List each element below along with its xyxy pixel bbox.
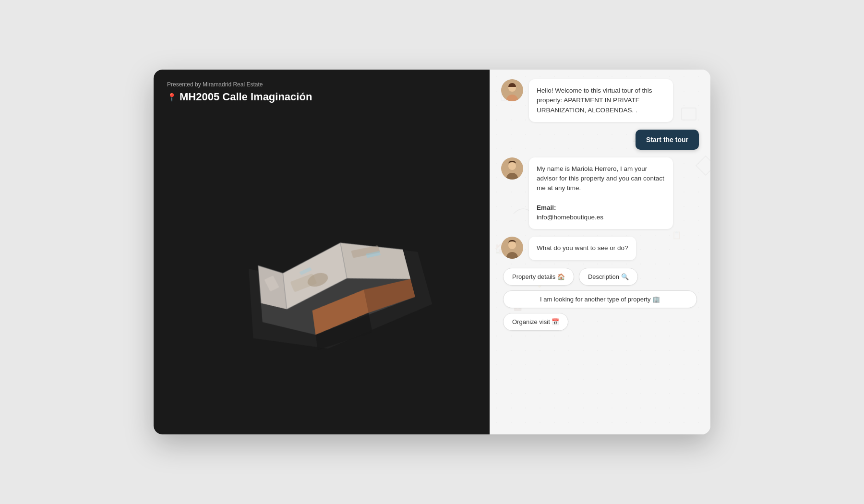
- welcome-message-bubble: Hello! Welcome to this virtual tour of t…: [529, 79, 673, 122]
- property-header: Presented by Miramadrid Real Estate 📍 MH…: [154, 70, 490, 111]
- location-pin-icon: 📍: [167, 93, 177, 102]
- chat-area: Hello! Welcome to this virtual tour of t…: [490, 70, 710, 434]
- property-address: 📍 MH2005 Calle Imaginación: [167, 91, 476, 103]
- advisor-avatar-3: [501, 237, 523, 259]
- advisor-avatar-1: [501, 79, 523, 101]
- chat-message-question: What do you want to see or do?: [501, 237, 699, 260]
- looking-other-button[interactable]: I am looking for another type of propert…: [503, 290, 697, 308]
- presented-by-label: Presented by Miramadrid Real Estate: [167, 81, 476, 88]
- left-panel: Presented by Miramadrid Real Estate 📍 MH…: [154, 70, 490, 434]
- action-buttons-row: Property details 🏠 Description 🔍 I am lo…: [501, 268, 699, 331]
- property-details-button[interactable]: Property details 🏠: [503, 268, 574, 286]
- right-panel: 🏠 🔑 📋 💼 🏘: [490, 70, 710, 434]
- advisor-avatar-2: [501, 157, 523, 180]
- description-button[interactable]: Description 🔍: [579, 268, 638, 286]
- start-tour-button[interactable]: Start the tour: [636, 130, 699, 150]
- svg-point-29: [508, 162, 516, 170]
- floorplan-3d: [218, 198, 440, 363]
- chat-message-welcome: Hello! Welcome to this virtual tour of t…: [501, 79, 699, 122]
- app-container: Presented by Miramadrid Real Estate 📍 MH…: [154, 70, 710, 434]
- question-message-bubble: What do you want to see or do?: [529, 237, 636, 260]
- property-3d-view: [154, 111, 490, 434]
- svg-point-31: [508, 241, 516, 249]
- organize-visit-button[interactable]: Organize visit 📅: [503, 313, 568, 331]
- chat-message-advisor: My name is Mariola Herrero, I am your ad…: [501, 157, 699, 229]
- advisor-message-bubble: My name is Mariola Herrero, I am your ad…: [529, 157, 673, 229]
